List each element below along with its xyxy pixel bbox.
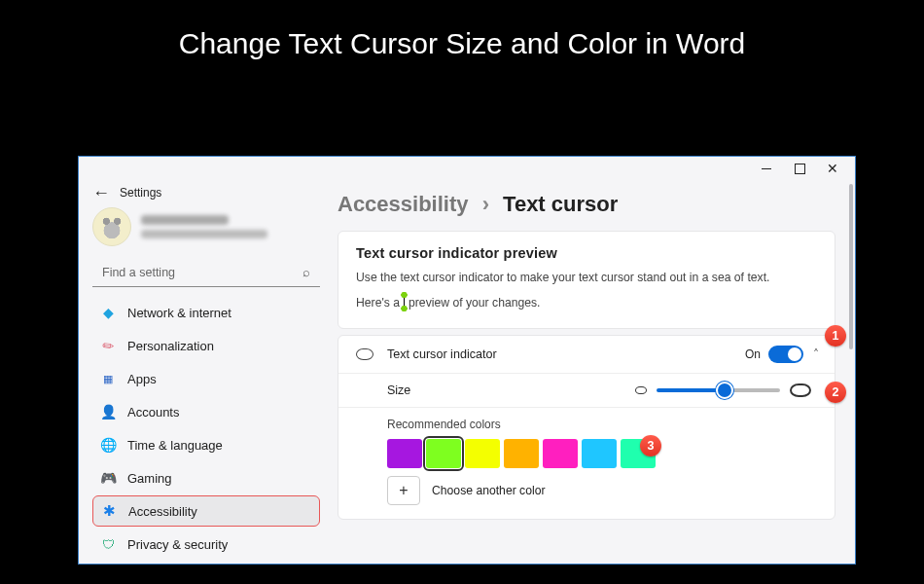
callout-2: 2 [825, 382, 846, 403]
size-row-label: Size [354, 383, 432, 397]
sidebar-item-privacy[interactable]: 🛡Privacy & security [92, 529, 320, 560]
indicator-toggle-state-label: On [745, 347, 761, 361]
person-icon: 👤 [100, 404, 116, 420]
sidebar-item-label: Privacy & security [127, 537, 228, 552]
sidebar-item-personalization[interactable]: ✎Personalization [92, 330, 320, 361]
indicator-toggle-row[interactable]: Text cursor indicator On ˄ 1 [338, 336, 835, 373]
window-minimize-button[interactable] [750, 157, 783, 180]
sidebar-item-accessibility[interactable]: ✱Accessibility [92, 495, 320, 527]
color-swatch[interactable] [504, 439, 539, 468]
cursor-indicator-icon [354, 348, 375, 360]
apps-icon: ▦ [100, 371, 116, 386]
settings-header-label: Settings [120, 186, 161, 200]
globe-icon: 🌐 [100, 437, 116, 453]
indicator-toggle[interactable] [768, 346, 803, 363]
sidebar-item-accounts[interactable]: 👤Accounts [92, 396, 320, 427]
main-content: Accessibility › Text cursor Text cursor … [332, 180, 855, 564]
choose-another-color-button[interactable]: + [387, 476, 420, 505]
chevron-up-icon[interactable]: ˄ [813, 347, 819, 361]
scrollbar-track[interactable] [849, 184, 853, 558]
scrollbar-thumb[interactable] [849, 184, 853, 349]
text-cursor-indicator-preview-icon [401, 292, 408, 311]
callout-1: 1 [825, 325, 846, 347]
settings-window: ✕ ← Settings ⌕ ◆Network & internet✎Perso… [78, 156, 856, 565]
sidebar-item-label: Gaming [127, 471, 172, 486]
color-swatch-row [387, 439, 819, 468]
shield-icon: 🛡 [100, 536, 116, 552]
sidebar: ← Settings ⌕ ◆Network & internet✎Persona… [79, 180, 332, 564]
breadcrumb-current: Text cursor [503, 192, 618, 216]
accessibility-icon: ✱ [101, 503, 117, 519]
size-small-icon [635, 386, 647, 394]
profile-block[interactable] [92, 203, 320, 258]
wifi-icon: ◆ [100, 305, 116, 320]
sidebar-item-label: Network & internet [127, 306, 231, 320]
sidebar-item-update[interactable]: ⟳Windows Update [92, 562, 320, 564]
window-titlebar: ✕ [79, 157, 855, 180]
sidebar-item-label: Accounts [127, 405, 179, 420]
size-slider[interactable] [657, 388, 780, 392]
breadcrumb: Accessibility › Text cursor [338, 186, 835, 231]
brush-icon: ✎ [97, 335, 120, 357]
recommended-colors-title: Recommended colors [387, 418, 819, 431]
sidebar-item-network[interactable]: ◆Network & internet [92, 297, 320, 328]
page-title: Change Text Cursor Size and Color in Wor… [0, 0, 924, 82]
sidebar-item-apps[interactable]: ▦Apps [92, 363, 320, 394]
choose-another-color-label: Choose another color [432, 484, 546, 497]
sidebar-item-label: Personalization [127, 339, 214, 353]
indicator-settings-group: Text cursor indicator On ˄ 1 Size [338, 335, 835, 520]
sidebar-item-label: Apps [127, 372, 157, 386]
preview-card-description: Use the text cursor indicator to make yo… [356, 269, 784, 312]
window-close-button[interactable]: ✕ [816, 157, 849, 180]
color-swatch[interactable] [426, 439, 461, 468]
callout-3: 3 [640, 435, 661, 456]
avatar [92, 207, 131, 246]
window-maximize-button[interactable] [783, 157, 816, 180]
nav-list: ◆Network & internet✎Personalization▦Apps… [92, 297, 320, 564]
color-swatch[interactable] [387, 439, 422, 468]
sidebar-item-label: Accessibility [128, 504, 197, 519]
sidebar-item-gaming[interactable]: 🎮Gaming [92, 462, 320, 493]
search-input[interactable] [92, 258, 320, 287]
color-swatch[interactable] [582, 439, 617, 468]
recommended-colors-block: Recommended colors + Choose another colo… [338, 407, 835, 519]
gamepad-icon: 🎮 [100, 470, 116, 486]
preview-card-title: Text cursor indicator preview [356, 245, 817, 261]
preview-card: Text cursor indicator preview Use the te… [338, 231, 835, 329]
breadcrumb-separator-icon: › [475, 192, 497, 216]
sidebar-item-label: Time & language [127, 438, 223, 453]
profile-text [141, 215, 267, 238]
search-icon: ⌕ [302, 265, 310, 279]
back-arrow-icon[interactable]: ← [92, 183, 110, 203]
size-row: Size 2 [338, 373, 835, 407]
breadcrumb-parent[interactable]: Accessibility [338, 192, 469, 216]
size-slider-thumb[interactable] [718, 383, 731, 397]
sidebar-item-time[interactable]: 🌐Time & language [92, 429, 320, 460]
indicator-row-label: Text cursor indicator [387, 347, 497, 361]
size-large-icon [790, 383, 811, 397]
color-swatch[interactable] [543, 439, 578, 468]
color-swatch[interactable] [465, 439, 500, 468]
